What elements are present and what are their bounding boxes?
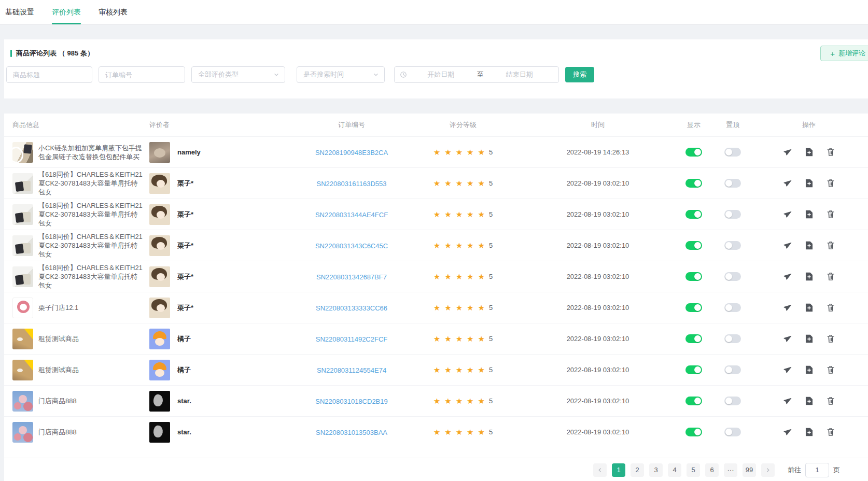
send-icon[interactable] xyxy=(783,334,792,343)
file-add-icon[interactable] xyxy=(805,428,813,436)
pin-cell xyxy=(715,210,751,219)
order-number-link[interactable]: SN2208190948E3B2CA xyxy=(315,149,388,157)
show-toggle[interactable] xyxy=(685,179,702,188)
order-number-link[interactable]: SN2208031013503BAA xyxy=(316,429,387,436)
prev-page-button[interactable] xyxy=(593,463,607,477)
pin-toggle[interactable] xyxy=(724,428,741,436)
show-toggle[interactable] xyxy=(685,397,702,405)
pin-toggle[interactable] xyxy=(724,334,741,343)
review-time: 2022-08-19 03:02:10 xyxy=(567,242,629,249)
pin-toggle[interactable] xyxy=(724,148,741,157)
tab-审核列表[interactable]: 审核列表 xyxy=(99,0,128,24)
show-toggle[interactable] xyxy=(685,334,702,343)
send-icon[interactable] xyxy=(783,148,792,157)
page-button-5[interactable]: 5 xyxy=(687,463,700,477)
time-cell: 2022-08-19 03:02:10 xyxy=(523,397,673,405)
file-add-icon[interactable] xyxy=(805,272,813,281)
rating-cell: ★★★★★ 5 xyxy=(403,397,523,406)
delete-icon[interactable] xyxy=(827,210,835,219)
show-toggle[interactable] xyxy=(685,428,702,436)
product-title-input[interactable] xyxy=(6,66,92,83)
show-toggle[interactable] xyxy=(685,210,702,219)
pin-toggle[interactable] xyxy=(724,210,741,219)
table-row: 栗子门店12.1 栗子* SN220803133333CC66 ★★★★★ 5 … xyxy=(4,292,868,323)
pin-toggle[interactable] xyxy=(724,397,741,405)
delete-icon[interactable] xyxy=(827,303,835,312)
send-icon[interactable] xyxy=(783,272,792,281)
file-add-icon[interactable] xyxy=(805,241,813,250)
rating-value: 5 xyxy=(489,179,493,187)
show-toggle[interactable] xyxy=(685,303,702,312)
pin-toggle[interactable] xyxy=(724,303,741,312)
rating-stars: ★★★★★ xyxy=(433,148,489,157)
delete-icon[interactable] xyxy=(827,148,835,157)
page-jump-input[interactable] xyxy=(805,463,829,477)
send-icon[interactable] xyxy=(783,365,792,374)
delete-icon[interactable] xyxy=(827,179,835,188)
tab-评价列表[interactable]: 评价列表 xyxy=(52,0,81,24)
show-cell xyxy=(673,397,715,405)
send-icon[interactable] xyxy=(783,241,792,250)
send-icon[interactable] xyxy=(783,428,792,436)
order-number-link[interactable]: SN220803133333CC66 xyxy=(316,304,387,312)
add-review-button[interactable]: + 新增评论 xyxy=(820,46,868,61)
end-date-placeholder[interactable]: 结束日期 xyxy=(486,70,554,79)
file-add-icon[interactable] xyxy=(805,334,813,343)
pin-toggle[interactable] xyxy=(724,179,741,188)
search-button[interactable]: 搜索 xyxy=(565,67,594,82)
page-button-6[interactable]: 6 xyxy=(705,463,719,477)
pin-toggle[interactable] xyxy=(724,272,741,281)
table-row: 小CK链条加粗加宽单肩腋下包手提包金属链子改造替换包包配件单买 namely S… xyxy=(4,136,868,167)
pin-toggle[interactable] xyxy=(724,365,741,374)
review-type-select[interactable]: 全部评价类型 xyxy=(191,66,285,83)
file-add-icon[interactable] xyxy=(805,397,813,405)
delete-icon[interactable] xyxy=(827,397,835,405)
send-icon[interactable] xyxy=(783,210,792,219)
delete-icon[interactable] xyxy=(827,365,835,374)
table-footer: 123456···99 前往 页 xyxy=(4,458,868,481)
file-add-icon[interactable] xyxy=(805,365,813,374)
reviewer-name: 栗子* xyxy=(177,179,193,188)
page-button-99[interactable]: 99 xyxy=(743,463,756,477)
list-title: 商品评论列表 xyxy=(16,49,57,58)
send-icon[interactable] xyxy=(783,179,792,188)
start-date-placeholder[interactable]: 开始日期 xyxy=(407,70,475,79)
order-number-link[interactable]: SN2208031344AE4FCF xyxy=(315,211,388,219)
file-add-icon[interactable] xyxy=(805,303,813,312)
file-add-icon[interactable] xyxy=(805,179,813,188)
pin-toggle[interactable] xyxy=(724,241,741,250)
page-button-2[interactable]: 2 xyxy=(631,463,644,477)
send-icon[interactable] xyxy=(783,303,792,312)
more-pages-button[interactable]: ··· xyxy=(724,463,737,477)
page-button-4[interactable]: 4 xyxy=(668,463,681,477)
order-number-link[interactable]: SN2208031343C6C45C xyxy=(315,242,388,250)
page-button-1[interactable]: 1 xyxy=(612,463,625,477)
show-toggle[interactable] xyxy=(685,148,702,157)
reviewer-avatar xyxy=(149,266,170,287)
show-toggle[interactable] xyxy=(685,272,702,281)
tab-基础设置[interactable]: 基础设置 xyxy=(5,0,34,24)
order-no-input[interactable] xyxy=(99,66,185,83)
reviewer-avatar xyxy=(149,391,170,412)
delete-icon[interactable] xyxy=(827,241,835,250)
file-add-icon[interactable] xyxy=(805,148,813,157)
order-number-link[interactable]: SN2208031018CD2B19 xyxy=(315,398,388,405)
next-page-button[interactable] xyxy=(761,463,775,477)
time-search-select[interactable]: 是否搜索时间 xyxy=(297,66,385,83)
order-number-link[interactable]: SN2208031124554E74 xyxy=(317,366,386,374)
file-add-icon[interactable] xyxy=(805,210,813,219)
order-number-link[interactable]: SN2208031342687BF7 xyxy=(316,273,387,281)
rating-value: 5 xyxy=(489,148,493,156)
delete-icon[interactable] xyxy=(827,272,835,281)
page-button-3[interactable]: 3 xyxy=(649,463,663,477)
date-range-picker[interactable]: 开始日期 至 结束日期 xyxy=(394,66,559,83)
send-icon[interactable] xyxy=(783,397,792,405)
order-number-link[interactable]: SN220803161163D553 xyxy=(317,180,387,188)
delete-icon[interactable] xyxy=(827,428,835,436)
show-toggle[interactable] xyxy=(685,365,702,374)
product-thumbnail xyxy=(12,142,33,163)
order-number-link[interactable]: SN22080311492C2FCF xyxy=(316,335,388,343)
product-title: 小CK链条加粗加宽单肩腋下包手提包金属链子改造替换包包配件单买 xyxy=(38,144,143,161)
show-toggle[interactable] xyxy=(685,241,702,250)
delete-icon[interactable] xyxy=(827,334,835,343)
